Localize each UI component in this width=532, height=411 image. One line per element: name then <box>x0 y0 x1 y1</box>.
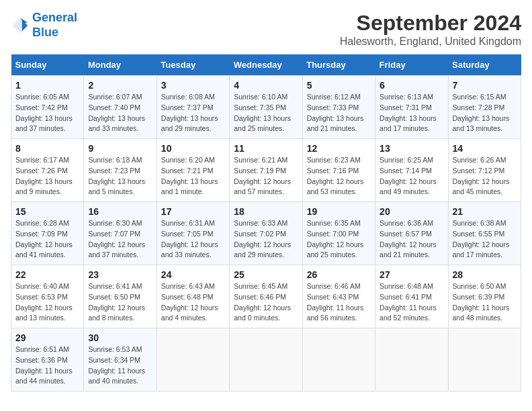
calendar-cell: 12 Sunrise: 6:23 AMSunset: 7:16 PMDaylig… <box>302 139 375 202</box>
day-number: 21 <box>453 206 517 217</box>
col-header-wednesday: Wednesday <box>230 54 302 76</box>
title-area: September 2024 Halesworth, England, Unit… <box>340 11 521 48</box>
day-number: 19 <box>307 206 371 217</box>
day-number: 13 <box>380 143 443 154</box>
day-info: Sunrise: 6:46 AMSunset: 6:43 PMDaylight:… <box>307 282 364 322</box>
day-number: 26 <box>307 269 371 280</box>
calendar-cell: 25 Sunrise: 6:45 AMSunset: 6:46 PMDaylig… <box>230 265 302 328</box>
calendar-cell: 5 Sunrise: 6:12 AMSunset: 7:33 PMDayligh… <box>302 76 375 139</box>
day-number: 18 <box>234 206 298 217</box>
col-header-saturday: Saturday <box>448 54 521 76</box>
day-info: Sunrise: 6:33 AMSunset: 7:02 PMDaylight:… <box>234 219 291 259</box>
day-number: 30 <box>88 332 152 343</box>
day-info: Sunrise: 6:15 AMSunset: 7:28 PMDaylight:… <box>453 93 510 132</box>
day-number: 22 <box>15 269 79 280</box>
day-number: 20 <box>380 206 443 217</box>
calendar-cell: 18 Sunrise: 6:33 AMSunset: 7:02 PMDaylig… <box>230 202 302 265</box>
day-info: Sunrise: 6:51 AMSunset: 6:36 PMDaylight:… <box>15 345 73 385</box>
calendar-cell: 7 Sunrise: 6:15 AMSunset: 7:28 PMDayligh… <box>448 76 521 139</box>
day-info: Sunrise: 6:36 AMSunset: 6:57 PMDaylight:… <box>380 219 437 259</box>
day-info: Sunrise: 6:05 AMSunset: 7:42 PMDaylight:… <box>15 93 73 132</box>
day-info: Sunrise: 6:43 AMSunset: 6:48 PMDaylight:… <box>161 282 218 322</box>
day-info: Sunrise: 6:10 AMSunset: 7:35 PMDaylight:… <box>234 93 291 132</box>
day-info: Sunrise: 6:20 AMSunset: 7:21 PMDaylight:… <box>161 156 218 195</box>
day-info: Sunrise: 6:17 AMSunset: 7:26 PMDaylight:… <box>15 156 73 195</box>
col-header-tuesday: Tuesday <box>157 54 229 76</box>
calendar-cell <box>302 328 375 392</box>
day-number: 8 <box>15 143 79 154</box>
day-number: 16 <box>88 206 152 217</box>
day-info: Sunrise: 6:35 AMSunset: 7:00 PMDaylight:… <box>307 219 364 259</box>
day-number: 24 <box>161 269 225 280</box>
day-info: Sunrise: 6:18 AMSunset: 7:23 PMDaylight:… <box>88 156 145 195</box>
day-number: 14 <box>453 143 517 154</box>
day-info: Sunrise: 6:53 AMSunset: 6:34 PMDaylight:… <box>88 345 145 385</box>
calendar-week-row: 22 Sunrise: 6:40 AMSunset: 6:53 PMDaylig… <box>11 265 521 328</box>
calendar-cell: 19 Sunrise: 6:35 AMSunset: 7:00 PMDaylig… <box>302 202 375 265</box>
calendar-cell: 17 Sunrise: 6:31 AMSunset: 7:05 PMDaylig… <box>157 202 229 265</box>
logo-line2: Blue <box>32 26 58 39</box>
calendar-cell: 23 Sunrise: 6:41 AMSunset: 6:50 PMDaylig… <box>84 265 157 328</box>
calendar-cell: 10 Sunrise: 6:20 AMSunset: 7:21 PMDaylig… <box>157 139 229 202</box>
calendar-cell: 2 Sunrise: 6:07 AMSunset: 7:40 PMDayligh… <box>84 76 157 139</box>
calendar-cell: 21 Sunrise: 6:38 AMSunset: 6:55 PMDaylig… <box>448 202 521 265</box>
day-info: Sunrise: 6:28 AMSunset: 7:09 PMDaylight:… <box>15 219 73 259</box>
day-info: Sunrise: 6:13 AMSunset: 7:31 PMDaylight:… <box>380 93 437 132</box>
calendar-cell: 3 Sunrise: 6:08 AMSunset: 7:37 PMDayligh… <box>157 76 229 139</box>
logo-line1: General <box>32 11 77 24</box>
day-info: Sunrise: 6:45 AMSunset: 6:46 PMDaylight:… <box>234 282 291 322</box>
day-info: Sunrise: 6:26 AMSunset: 7:12 PMDaylight:… <box>453 156 510 195</box>
calendar-cell <box>230 328 302 392</box>
calendar-week-row: 29 Sunrise: 6:51 AMSunset: 6:36 PMDaylig… <box>11 328 521 392</box>
day-info: Sunrise: 6:50 AMSunset: 6:39 PMDaylight:… <box>453 282 510 322</box>
calendar-week-row: 8 Sunrise: 6:17 AMSunset: 7:26 PMDayligh… <box>11 139 521 202</box>
day-number: 29 <box>15 332 79 343</box>
day-info: Sunrise: 6:25 AMSunset: 7:14 PMDaylight:… <box>380 156 437 195</box>
day-number: 17 <box>161 206 225 217</box>
day-number: 27 <box>380 269 443 280</box>
calendar-table: SundayMondayTuesdayWednesdayThursdayFrid… <box>11 54 521 392</box>
day-info: Sunrise: 6:08 AMSunset: 7:37 PMDaylight:… <box>161 93 218 132</box>
col-header-monday: Monday <box>84 54 157 76</box>
logo: General Blue <box>11 11 77 40</box>
calendar-cell: 1 Sunrise: 6:05 AMSunset: 7:42 PMDayligh… <box>11 76 84 139</box>
calendar-cell: 9 Sunrise: 6:18 AMSunset: 7:23 PMDayligh… <box>84 139 157 202</box>
calendar-cell: 4 Sunrise: 6:10 AMSunset: 7:35 PMDayligh… <box>230 76 302 139</box>
page-header: General Blue September 2024 Halesworth, … <box>11 11 521 48</box>
calendar-cell: 29 Sunrise: 6:51 AMSunset: 6:36 PMDaylig… <box>11 328 84 392</box>
day-number: 12 <box>307 143 371 154</box>
location-subtitle: Halesworth, England, United Kingdom <box>340 36 521 48</box>
calendar-cell: 27 Sunrise: 6:48 AMSunset: 6:41 PMDaylig… <box>375 265 448 328</box>
calendar-week-row: 15 Sunrise: 6:28 AMSunset: 7:09 PMDaylig… <box>11 202 521 265</box>
calendar-cell: 11 Sunrise: 6:21 AMSunset: 7:19 PMDaylig… <box>230 139 302 202</box>
day-info: Sunrise: 6:30 AMSunset: 7:07 PMDaylight:… <box>88 219 145 259</box>
calendar-cell: 28 Sunrise: 6:50 AMSunset: 6:39 PMDaylig… <box>448 265 521 328</box>
day-number: 9 <box>88 143 152 154</box>
calendar-header-row: SundayMondayTuesdayWednesdayThursdayFrid… <box>11 54 521 76</box>
calendar-cell <box>448 328 521 392</box>
calendar-cell: 20 Sunrise: 6:36 AMSunset: 6:57 PMDaylig… <box>375 202 448 265</box>
calendar-cell: 14 Sunrise: 6:26 AMSunset: 7:12 PMDaylig… <box>448 139 521 202</box>
day-number: 5 <box>307 80 371 91</box>
day-number: 7 <box>453 80 517 91</box>
day-number: 23 <box>88 269 152 280</box>
day-info: Sunrise: 6:12 AMSunset: 7:33 PMDaylight:… <box>307 93 364 132</box>
col-header-thursday: Thursday <box>302 54 375 76</box>
day-info: Sunrise: 6:21 AMSunset: 7:19 PMDaylight:… <box>234 156 291 195</box>
calendar-cell <box>157 328 229 392</box>
calendar-cell: 22 Sunrise: 6:40 AMSunset: 6:53 PMDaylig… <box>11 265 84 328</box>
logo-text: General Blue <box>32 11 77 40</box>
day-info: Sunrise: 6:38 AMSunset: 6:55 PMDaylight:… <box>453 219 510 259</box>
day-number: 11 <box>234 143 298 154</box>
day-number: 1 <box>15 80 79 91</box>
day-number: 28 <box>453 269 517 280</box>
day-info: Sunrise: 6:41 AMSunset: 6:50 PMDaylight:… <box>88 282 145 322</box>
calendar-cell: 30 Sunrise: 6:53 AMSunset: 6:34 PMDaylig… <box>84 328 157 392</box>
day-number: 10 <box>161 143 225 154</box>
calendar-cell: 26 Sunrise: 6:46 AMSunset: 6:43 PMDaylig… <box>302 265 375 328</box>
calendar-week-row: 1 Sunrise: 6:05 AMSunset: 7:42 PMDayligh… <box>11 76 521 139</box>
calendar-cell: 13 Sunrise: 6:25 AMSunset: 7:14 PMDaylig… <box>375 139 448 202</box>
day-number: 3 <box>161 80 225 91</box>
calendar-cell: 24 Sunrise: 6:43 AMSunset: 6:48 PMDaylig… <box>157 265 229 328</box>
day-info: Sunrise: 6:40 AMSunset: 6:53 PMDaylight:… <box>15 282 73 322</box>
